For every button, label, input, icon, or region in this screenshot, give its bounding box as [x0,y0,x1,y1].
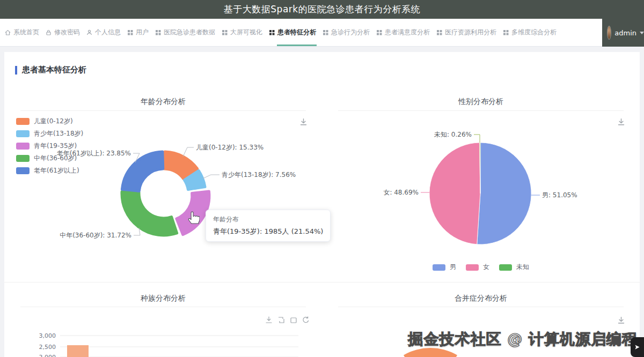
nav-item-label: 患者特征分析 [277,27,317,38]
chart-label: 女: 48.69% [383,189,419,196]
legend-item[interactable]: 女 [466,263,489,272]
page-title: 患者基本特征分析 [22,65,86,75]
username: admin [614,29,636,37]
nav-item-label: 多维度综合分析 [511,27,557,38]
bar-1[interactable] [67,345,89,357]
floating-widget[interactable] [631,337,644,357]
donut-slice-中年(36-60岁)[interactable] [122,192,177,235]
chart-tooltip: 年龄分布 青年(19-35岁): 1985人 (21.54%) [206,210,331,242]
race-distribution-card: 种族分布分析 3,0002,5002,000 [4,282,322,357]
content-area: 患者基本特征分析 年龄分布分析 儿童(0-12岁)青少年(13-18岁)青年(1… [0,47,644,357]
legend-label: 未知 [516,263,529,272]
tooltip-value: 青年(19-35岁): 1985人 (21.54%) [213,227,323,236]
donut-slice-老年(61岁以上)[interactable] [122,152,163,191]
nav-item-11[interactable]: 多维度综合分析 [502,27,557,38]
lock-icon [45,29,52,36]
watermark: 掘金技术社区 @ 计算机源启编程 [408,329,638,349]
app-root: 基于大数据Spark的医院急诊患者行为分析系统 系统首页修改密码个人信息用户医院… [0,0,644,357]
grid-icon [127,29,134,36]
charts-row-1: 年龄分布分析 儿童(0-12岁)青少年(13-18岁)青年(19-35岁)中年(… [4,87,640,282]
section-accent-bar [15,66,17,75]
nav-item-label: 个人信息 [94,27,121,38]
pie-slice-女[interactable] [429,143,480,244]
nav-item-label: 用户 [135,27,149,38]
tooltip-series-name: 年龄分布 [213,215,323,224]
nav-item-label: 患者满意度分析 [384,27,430,38]
grid-icon [322,29,329,36]
label-leader-line [203,175,219,178]
label-leader-line [183,147,194,157]
grid-icon [268,29,275,36]
nav-item-9[interactable]: 患者满意度分析 [376,27,430,38]
avatar [607,26,611,40]
grid-icon [376,29,383,36]
age-distribution-card: 年龄分布分析 儿童(0-12岁)青少年(13-18岁)青年(19-35岁)中年(… [4,87,322,282]
app-header: 基于大数据Spark的医院急诊患者行为分析系统 [0,0,644,19]
gender-pie-chart: 男: 51.05%女: 48.69%未知: 0.26% [322,87,640,282]
nav-item-label: 修改密码 [54,27,80,38]
chart-label: 未知: 0.26% [434,131,472,138]
legend-swatch [433,264,445,271]
nav-item-3[interactable]: 个人信息 [86,27,121,38]
legend-swatch [499,264,512,271]
label-leader-line [474,135,480,143]
widget-arrow-icon [634,344,640,350]
grid-icon [155,29,162,36]
chart-label: 2,000 [39,354,56,357]
label-leader-line [134,228,140,235]
nav-item-label: 医疗资源利用分析 [444,27,497,38]
legend-item[interactable]: 未知 [499,263,529,272]
chart-label: 3,000 [39,332,56,339]
legend-item[interactable]: 男 [433,263,456,272]
nav-item-label: 医院急诊患者数据 [163,27,216,38]
nav-item-5[interactable]: 医院急诊患者数据 [155,27,216,38]
nav-item-2[interactable]: 修改密码 [45,27,80,38]
pie-slice-男[interactable] [477,143,531,244]
content-panel: 患者基本特征分析 年龄分布分析 儿童(0-12岁)青少年(13-18岁)青年(1… [4,52,640,357]
nav-item-label: 系统首页 [13,27,40,38]
user-menu[interactable]: admin [602,19,644,47]
chevron-down-icon [640,32,644,34]
nav-item-7[interactable]: 患者特征分析 [268,27,317,38]
legend-swatch [466,264,479,271]
nav-item-6[interactable]: 大屏可视化 [221,27,263,38]
grid-icon [221,29,228,36]
chart-label: 男: 51.05% [542,191,577,199]
nav-item-10[interactable]: 医疗资源利用分析 [436,27,497,38]
section-header: 患者基本特征分析 [4,52,640,87]
legend-label: 男 [450,263,456,272]
chart-label: 老年(61岁以上): 23.85% [57,150,131,157]
gender-legend: 男女未知 [322,263,640,272]
home-icon [4,29,11,36]
nav-item-label: 大屏可视化 [230,27,263,38]
nav-item-4[interactable]: 用户 [127,27,149,38]
grid-icon [436,29,443,36]
grid-icon [502,29,509,36]
main-nav: 系统首页修改密码个人信息用户医院急诊患者数据大屏可视化患者特征分析急诊行为分析患… [0,19,644,47]
chart-label: 中年(36-60岁): 31.72% [60,232,131,239]
chart-label: 2,500 [39,344,56,351]
chart-label: 儿童(0-12岁): 15.33% [196,144,264,151]
nav-item-label: 急诊行为分析 [331,27,370,38]
user-icon [86,29,93,36]
age-donut-chart: 儿童(0-12岁): 15.33%青少年(13-18岁): 7.56%中年(36… [4,87,322,282]
race-bar-chart: 3,0002,5002,000 [4,282,322,357]
app-title: 基于大数据Spark的医院急诊患者行为分析系统 [224,3,420,16]
nav-item-1[interactable]: 系统首页 [4,27,40,38]
nav-list: 系统首页修改密码个人信息用户医院急诊患者数据大屏可视化患者特征分析急诊行为分析患… [4,27,557,38]
nav-item-8[interactable]: 急诊行为分析 [322,27,370,38]
chart-label: 青少年(13-18岁): 7.56% [222,171,296,178]
gender-distribution-card: 性别分布分析 男: 51.05%女: 48.69%未知: 0.26% 男女未知 [322,87,640,282]
legend-label: 女 [483,263,489,272]
